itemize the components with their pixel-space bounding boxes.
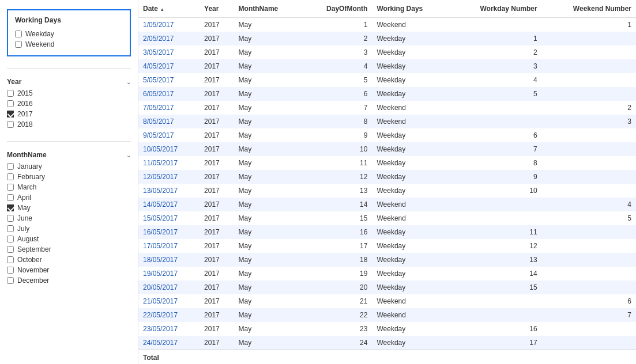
month-checkbox-August[interactable] — [7, 236, 14, 242]
month-option-April[interactable]: April — [7, 192, 131, 203]
month-checkbox-September[interactable] — [7, 246, 14, 253]
cell-type: Weekday — [372, 156, 449, 170]
cell-workday: 4 — [449, 73, 542, 87]
month-option-November[interactable]: November — [7, 265, 131, 275]
cell-date: 12/05/2017 — [138, 170, 200, 184]
month-checkbox-March[interactable] — [7, 184, 14, 191]
weekend-checkbox-item[interactable]: Weekend — [15, 39, 123, 50]
month-option-June[interactable]: June — [7, 213, 131, 223]
cell-workday — [449, 18, 542, 32]
month-filter-header[interactable]: MonthName ⌄ — [7, 149, 131, 161]
cell-month: May — [234, 294, 302, 308]
cell-date: 8/05/2017 — [138, 115, 200, 128]
month-option-December[interactable]: December — [7, 275, 131, 286]
cell-day: 2 — [302, 32, 372, 46]
month-option-July[interactable]: July — [7, 223, 131, 234]
month-checkbox-December[interactable] — [7, 277, 14, 284]
col-monthname[interactable]: MonthName — [234, 0, 302, 18]
cell-type: Weekday — [372, 184, 449, 198]
table-row: 12/05/2017 2017 May 12 Weekday 9 — [138, 170, 636, 184]
month-checkbox-January[interactable] — [7, 163, 14, 170]
month-option-March[interactable]: March — [7, 182, 131, 192]
year-checkbox-2018[interactable] — [7, 121, 14, 128]
cell-date: 2/05/2017 — [138, 32, 200, 46]
cell-day: 3 — [302, 46, 372, 59]
cell-day: 24 — [302, 336, 372, 350]
month-label-June: June — [17, 214, 32, 222]
cell-weekend — [542, 73, 636, 87]
cell-weekend — [542, 267, 636, 280]
col-workingdays[interactable]: Working Days — [372, 0, 449, 18]
cell-date: 1/05/2017 — [138, 18, 200, 32]
year-option-2015[interactable]: 2015 — [7, 88, 131, 98]
weekend-checkbox[interactable] — [15, 41, 22, 48]
cell-year: 2017 — [200, 115, 234, 128]
year-option-2016[interactable]: 2016 — [7, 98, 131, 109]
cell-date: 11/05/2017 — [138, 156, 200, 170]
cell-workday: 12 — [449, 239, 542, 253]
cell-workday — [449, 308, 542, 322]
divider-1 — [7, 68, 131, 69]
weekday-label: Weekday — [25, 30, 54, 38]
month-option-August[interactable]: August — [7, 234, 131, 244]
cell-type: Weekday — [372, 280, 449, 294]
table-header-row: Date ▲ Year MonthName DayOfMonth Working… — [138, 0, 636, 18]
table-row: 19/05/2017 2017 May 19 Weekday 14 — [138, 267, 636, 280]
cell-type: Weekend — [372, 308, 449, 322]
table-row: 10/05/2017 2017 May 10 Weekday 7 — [138, 142, 636, 156]
month-checkbox-February[interactable] — [7, 173, 14, 180]
year-checkbox-2017[interactable] — [7, 111, 14, 117]
cell-type: Weekday — [372, 267, 449, 280]
month-option-February[interactable]: February — [7, 172, 131, 182]
month-option-October[interactable]: October — [7, 255, 131, 265]
table-row: 4/05/2017 2017 May 4 Weekday 3 — [138, 59, 636, 73]
year-checkbox-2016[interactable] — [7, 100, 14, 107]
month-title: MonthName — [7, 151, 47, 159]
month-checkbox-July[interactable] — [7, 225, 14, 232]
year-checkbox-2015[interactable] — [7, 90, 14, 97]
month-checkbox-April[interactable] — [7, 194, 14, 201]
year-filter-header[interactable]: Year ⌄ — [7, 75, 131, 88]
cell-month: May — [234, 142, 302, 156]
cell-weekend — [542, 280, 636, 294]
col-weekendnumber[interactable]: Weekend Number — [542, 0, 636, 18]
cell-type: Weekday — [372, 239, 449, 253]
month-checkbox-June[interactable] — [7, 215, 14, 222]
col-workdaynumber[interactable]: Workday Number — [449, 0, 542, 18]
cell-workday: 3 — [449, 59, 542, 73]
month-option-May[interactable]: May — [7, 203, 131, 213]
cell-year: 2017 — [200, 73, 234, 87]
cell-weekend — [542, 253, 636, 267]
cell-date: 6/05/2017 — [138, 87, 200, 101]
month-checkbox-November[interactable] — [7, 267, 14, 274]
col-dayofmonth[interactable]: DayOfMonth — [302, 0, 372, 18]
cell-weekend — [542, 170, 636, 184]
weekday-checkbox-item[interactable]: Weekday — [15, 29, 123, 39]
cell-day: 21 — [302, 294, 372, 308]
year-option-2018[interactable]: 2018 — [7, 119, 131, 130]
month-checkbox-May[interactable] — [7, 204, 14, 211]
cell-date: 19/05/2017 — [138, 267, 200, 280]
month-checkbox-October[interactable] — [7, 256, 14, 263]
table-container[interactable]: Date ▲ Year MonthName DayOfMonth Working… — [138, 0, 636, 364]
cell-year: 2017 — [200, 253, 234, 267]
col-date[interactable]: Date ▲ — [138, 0, 200, 18]
col-year[interactable]: Year — [200, 0, 234, 18]
cell-year: 2017 — [200, 280, 234, 294]
month-option-January[interactable]: January — [7, 161, 131, 172]
table-row: 23/05/2017 2017 May 23 Weekday 16 — [138, 322, 636, 336]
cell-date: 10/05/2017 — [138, 142, 200, 156]
month-chevron-icon: ⌄ — [126, 152, 131, 158]
year-option-2017[interactable]: 2017 — [7, 109, 131, 119]
table-row: 8/05/2017 2017 May 8 Weekend 3 — [138, 115, 636, 128]
cell-year: 2017 — [200, 336, 234, 350]
cell-type: Weekday — [372, 32, 449, 46]
cell-year: 2017 — [200, 322, 234, 336]
weekday-checkbox[interactable] — [15, 31, 22, 37]
month-option-September[interactable]: September — [7, 244, 131, 255]
total-day — [302, 350, 372, 365]
cell-weekend: 7 — [542, 308, 636, 322]
cell-day: 4 — [302, 59, 372, 73]
cell-weekend: 2 — [542, 101, 636, 115]
total-weekend — [542, 350, 636, 365]
